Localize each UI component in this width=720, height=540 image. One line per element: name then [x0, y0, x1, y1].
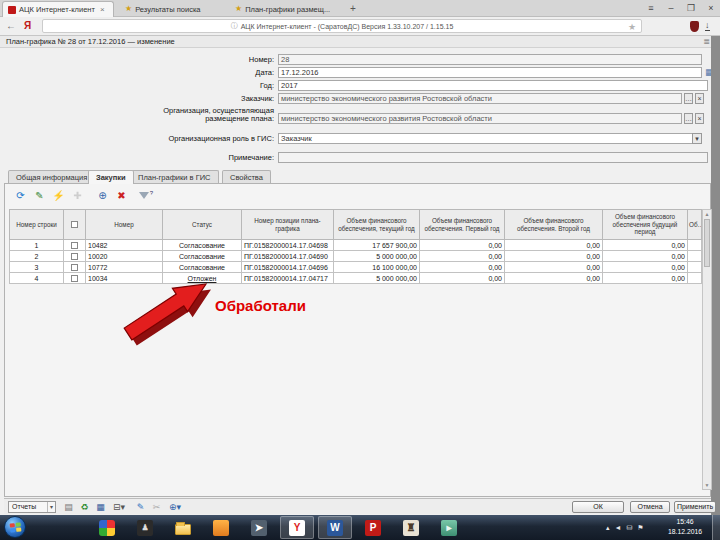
taskbar-app-utility[interactable]: ♟ [128, 516, 162, 539]
cell-position: ПГ.01582000014.17.04690 [242, 251, 334, 262]
scroll-down-icon[interactable]: ▼ [703, 482, 711, 488]
org-lookup-button[interactable]: … [684, 113, 693, 124]
menu-icon[interactable]: ≡ [645, 0, 657, 16]
taskbar-app-word[interactable]: W [318, 516, 352, 539]
recycle-icon[interactable]: ♻ [78, 501, 91, 513]
table-row[interactable]: 1 10482 Согласование ПГ.01582000014.17.0… [10, 240, 702, 251]
document-menu-icon[interactable]: ≣ [703, 36, 710, 48]
hidden-icons-chevron-icon[interactable]: ▴ [606, 524, 610, 532]
ok-button[interactable]: ОК [572, 501, 624, 513]
cell-status: Согласование [163, 240, 242, 251]
browser-tab-search-results[interactable]: ★ Результаты поиска [120, 1, 224, 17]
maximize-button[interactable]: ❐ [685, 0, 697, 16]
scroll-up-icon[interactable]: ▲ [703, 211, 711, 217]
col-position[interactable]: Номер позиции плана-графика [242, 210, 334, 240]
col-amount-current[interactable]: Объем финансового обеспечения, текущий г… [334, 210, 420, 240]
date-label: Дата: [8, 69, 274, 77]
col-select-all[interactable] [64, 210, 86, 240]
browser-logo-icon[interactable]: Я [24, 20, 31, 31]
customer-field[interactable]: министерство экономического развития Рос… [278, 93, 682, 104]
col-amount-future[interactable]: Объем финансового обеспечения будущий пе… [603, 210, 688, 240]
system-tray: ▴ ◄ ⛁ ⚑ [606, 515, 644, 540]
taskbar-app-1c[interactable]: ♜ [394, 516, 428, 539]
taskbar-app-orange[interactable] [204, 516, 238, 539]
taskbar-app-pinwheel[interactable] [90, 516, 124, 539]
table-row[interactable]: 4 10034 Отложен ПГ.01582000014.17.04717 … [10, 273, 702, 284]
col-amount-year1[interactable]: Объем финансового обеспечения. Первый го… [420, 210, 505, 240]
web-dropdown-icon[interactable]: ⊕▾ [166, 501, 184, 513]
bookmark-star-icon[interactable]: ★ [628, 22, 636, 32]
print-dropdown-icon[interactable]: ⊟▾ [110, 501, 128, 513]
refresh-icon[interactable]: ⟳ [13, 188, 28, 203]
tab-close-icon[interactable]: × [100, 5, 105, 14]
row-select[interactable] [64, 251, 86, 262]
col-row-number[interactable]: Номер строки [10, 210, 64, 240]
taskbar-app-yandex[interactable]: Y [280, 516, 314, 539]
col-amount-year2[interactable]: Объем финансового обеспечения. Второй го… [505, 210, 603, 240]
scrollbar-thumb[interactable] [704, 219, 710, 267]
execute-icon[interactable]: ⚡ [51, 188, 66, 203]
minimize-button[interactable]: – [665, 0, 677, 16]
row-checkbox[interactable] [71, 253, 78, 260]
row-select[interactable] [64, 240, 86, 251]
table-row[interactable]: 3 10772 Согласование ПГ.01582000014.17.0… [10, 262, 702, 273]
row-index: 2 [10, 251, 64, 262]
show-desktop-button[interactable] [712, 515, 720, 540]
download-icon[interactable]: ↓ [705, 20, 710, 31]
col-status[interactable]: Статус [163, 210, 242, 240]
taskbar-clock[interactable]: 15:46 18.12.2016 [660, 517, 710, 537]
protect-shield-icon[interactable] [690, 21, 699, 32]
row-select[interactable] [64, 262, 86, 273]
row-checkbox[interactable] [71, 264, 78, 271]
year-field[interactable]: 2017 [278, 80, 708, 91]
filter-help-icon[interactable]: ? [136, 188, 151, 203]
url-input[interactable]: ⓘ АЦК Интернет-клиент - (СаратовДС) Верс… [42, 19, 642, 33]
col-number[interactable]: Номер [86, 210, 163, 240]
col-truncated[interactable]: Об… [688, 210, 702, 240]
tab-general-info[interactable]: Общая информация [8, 170, 95, 183]
chevron-down-icon[interactable]: ▾ [692, 133, 702, 144]
browser-tab-acc[interactable]: АЦК Интернет-клиент × [2, 1, 114, 17]
start-button[interactable] [4, 516, 26, 538]
taskbar-app-viewer[interactable]: ▸ [432, 516, 466, 539]
select-all-checkbox[interactable] [71, 221, 78, 228]
tab-plans-gis[interactable]: План-графики в ГИС [130, 170, 219, 183]
tab-properties[interactable]: Свойства [222, 170, 271, 183]
table-row[interactable]: 2 10020 Согласование ПГ.01582000014.17.0… [10, 251, 702, 262]
note-field[interactable] [278, 152, 708, 163]
window-controls: ≡ – ❐ × [645, 0, 717, 16]
taskbar-app-pdf[interactable]: P [356, 516, 390, 539]
row-checkbox[interactable] [71, 275, 78, 282]
close-button[interactable]: × [705, 0, 717, 16]
date-field[interactable]: 17.12.2016 [278, 67, 702, 78]
cancel-button[interactable]: Отмена [630, 501, 670, 513]
reports-dropdown[interactable]: ▾ Отчеты [8, 501, 56, 513]
taskbar-app-arrow[interactable]: ➤ [242, 516, 276, 539]
globe-icon[interactable]: ⊕ [95, 188, 110, 203]
vertical-scrollbar[interactable]: ▲ ▼ [702, 209, 712, 490]
org-clear-button[interactable]: × [695, 113, 704, 124]
row-checkbox[interactable] [71, 242, 78, 249]
edit-icon[interactable]: ✎ [32, 188, 47, 203]
customer-clear-button[interactable]: × [695, 93, 704, 104]
browser-tab-plans[interactable]: ★ План-графики размещ... [230, 1, 342, 17]
sign-pen-icon[interactable]: ✎ [134, 501, 147, 513]
delete-icon[interactable]: ✖ [114, 188, 129, 203]
new-tab-button[interactable]: + [345, 2, 361, 16]
customer-lookup-button[interactable]: … [684, 93, 693, 104]
tab-purchases[interactable]: Закупки [88, 170, 134, 184]
network-icon[interactable]: ⛁ [626, 524, 632, 532]
row-select[interactable] [64, 273, 86, 284]
cell-status: Согласование [163, 251, 242, 262]
document-icon[interactable]: ▤ [62, 501, 75, 513]
role-select[interactable]: Заказчик [278, 133, 702, 144]
number-field[interactable]: 28 [278, 54, 702, 65]
back-button[interactable]: ← [6, 20, 16, 31]
save-icon[interactable]: ▦ [94, 501, 107, 513]
taskbar-app-explorer[interactable] [166, 516, 200, 539]
apply-button[interactable]: Применить [674, 501, 716, 513]
org-field[interactable]: министерство экономического развития Рос… [278, 113, 682, 124]
volume-icon[interactable]: ◄ [615, 524, 622, 531]
pdf-icon: P [365, 520, 381, 536]
action-center-flag-icon[interactable]: ⚑ [637, 524, 643, 532]
